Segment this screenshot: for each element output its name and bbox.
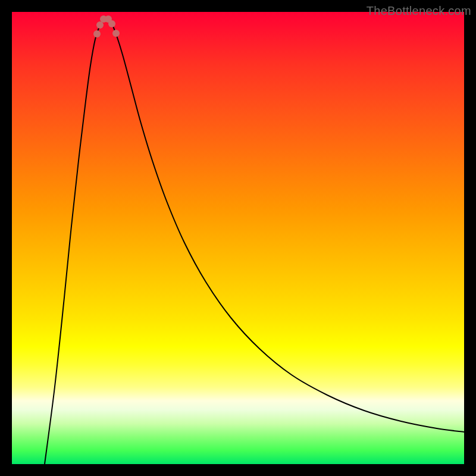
marker-dot [93,30,101,37]
marker-dot [112,30,120,37]
marker-dots [93,15,120,37]
marker-dot [96,21,104,29]
bottleneck-curve [45,18,464,464]
marker-dot [108,20,115,27]
watermark-text: TheBottleneck.com [367,4,471,18]
curve-svg [12,12,464,464]
plot-area [12,12,464,464]
